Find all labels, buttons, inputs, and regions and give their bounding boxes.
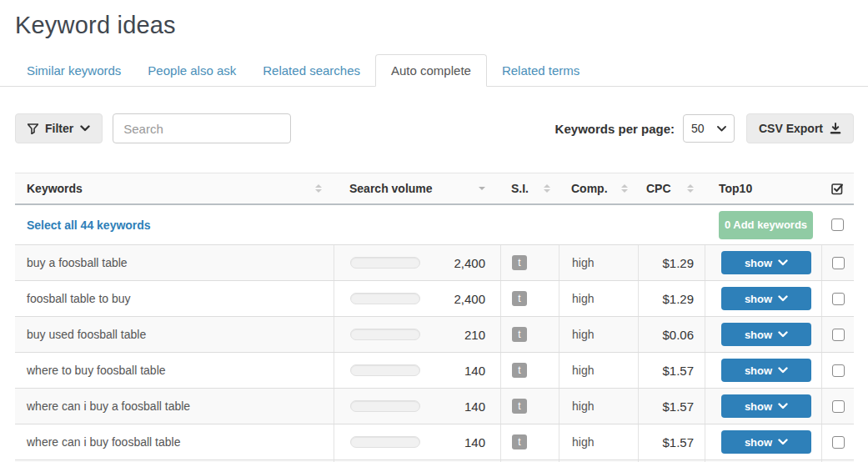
si-badge: t xyxy=(512,291,527,306)
volume-value: 2,400 xyxy=(454,256,485,270)
chevron-down-icon xyxy=(778,367,788,374)
keyword-text: where can i buy foosball table xyxy=(27,435,180,449)
download-icon xyxy=(830,123,841,134)
volume-bar xyxy=(350,293,420,304)
sort-icon xyxy=(621,184,628,193)
comp-value: high xyxy=(572,256,594,269)
table-row: where can i buy foosball table 140 t hig… xyxy=(15,424,854,460)
toolbar: Filter Keywords per page: 50 CSV Export xyxy=(15,113,854,143)
add-keywords-button[interactable]: 0 Add keywords xyxy=(719,211,813,239)
filter-button[interactable]: Filter xyxy=(15,113,103,143)
row-checkbox[interactable] xyxy=(832,329,845,341)
show-button[interactable]: show xyxy=(721,251,811,274)
row-checkbox[interactable] xyxy=(832,293,845,305)
table-row: foosball table to buy 2,400 t high $1.29… xyxy=(15,281,854,317)
table-row: where can i buy a foosball table 140 t h… xyxy=(15,389,854,424)
per-page-select[interactable]: 50 xyxy=(683,114,735,143)
header-comp[interactable]: Comp. xyxy=(559,173,638,203)
header-cpc[interactable]: CPC xyxy=(638,173,705,203)
row-checkbox[interactable] xyxy=(832,400,845,413)
show-button[interactable]: show xyxy=(721,323,811,346)
chevron-down-icon xyxy=(80,125,90,132)
add-keywords-cell: 0 Add keywords xyxy=(705,205,821,244)
per-page-label: Keywords per page: xyxy=(555,122,675,136)
volume-bar xyxy=(350,436,420,448)
row-checkbox[interactable] xyxy=(832,364,845,377)
filter-button-label: Filter xyxy=(45,122,73,135)
cpc-value: $1.57 xyxy=(662,435,694,449)
volume-value: 140 xyxy=(464,435,485,449)
show-button[interactable]: show xyxy=(721,394,811,418)
cpc-value: $1.29 xyxy=(662,292,694,306)
volume-value: 140 xyxy=(464,399,485,414)
header-top10: Top10 xyxy=(705,173,821,203)
row-checkbox[interactable] xyxy=(832,257,845,269)
chevron-down-icon xyxy=(778,259,788,266)
select-all-link-area: Select all 44 keywords xyxy=(15,218,705,233)
select-all-row: Select all 44 keywords 0 Add keywords xyxy=(15,205,854,245)
si-badge: t xyxy=(512,255,527,270)
comp-value: high xyxy=(572,292,594,305)
si-badge: t xyxy=(512,399,527,414)
select-all-link[interactable]: Select all 44 keywords xyxy=(27,218,151,232)
table-row: buy a foosball table 2,400 t high $1.29 … xyxy=(15,245,854,281)
cpc-value: $0.06 xyxy=(662,328,694,342)
checked-checkbox-icon xyxy=(831,183,844,195)
toolbar-right: Keywords per page: 50 CSV Export xyxy=(555,113,854,143)
table-header-row: Keywords Search volume S.I. Comp. CPC To… xyxy=(15,173,854,205)
page-title: Keyword ideas xyxy=(15,12,868,39)
cpc-value: $1.57 xyxy=(662,399,694,414)
comp-value: high xyxy=(572,399,594,413)
sort-icon xyxy=(315,184,322,193)
row-checkbox[interactable] xyxy=(832,436,845,449)
header-search-volume[interactable]: Search volume xyxy=(334,173,500,203)
chevron-down-icon xyxy=(778,331,788,338)
volume-bar xyxy=(350,400,420,412)
keyword-text: foosball table to buy xyxy=(27,292,131,305)
si-badge: t xyxy=(512,434,527,449)
tab-related-searches[interactable]: Related searches xyxy=(251,55,372,86)
keyword-text: where can i buy a foosball table xyxy=(27,399,190,413)
comp-value: high xyxy=(572,435,594,449)
volume-bar xyxy=(350,257,420,269)
chevron-down-icon xyxy=(717,126,726,132)
sort-icon xyxy=(544,184,550,193)
search-input[interactable] xyxy=(113,113,291,143)
keyword-text: buy used foosball table xyxy=(27,328,146,341)
select-all-checkbox[interactable] xyxy=(831,218,844,231)
volume-value: 140 xyxy=(464,364,485,378)
keyword-text: buy a foosball table xyxy=(27,256,128,269)
tab-related-terms[interactable]: Related terms xyxy=(490,55,591,86)
chevron-down-icon xyxy=(778,295,788,302)
csv-export-label: CSV Export xyxy=(759,122,823,135)
si-badge: t xyxy=(512,327,527,342)
cpc-value: $1.57 xyxy=(662,364,694,378)
chevron-down-icon xyxy=(778,439,788,445)
keyword-text: where to buy foosball table xyxy=(27,364,166,377)
header-keywords[interactable]: Keywords xyxy=(15,173,334,203)
comp-value: high xyxy=(572,328,594,341)
tab-auto-complete[interactable]: Auto complete xyxy=(375,54,487,87)
volume-value: 210 xyxy=(464,328,485,342)
funnel-icon xyxy=(28,123,38,134)
tab-bar: Similar keywords People also ask Related… xyxy=(0,54,868,87)
volume-value: 2,400 xyxy=(454,292,485,306)
page: Keyword ideas Similar keywords People al… xyxy=(0,12,868,462)
show-button[interactable]: show xyxy=(721,359,811,382)
csv-export-button[interactable]: CSV Export xyxy=(746,113,854,143)
volume-bar xyxy=(350,364,420,376)
show-button[interactable]: show xyxy=(721,430,811,454)
comp-value: high xyxy=(572,364,594,377)
show-button[interactable]: show xyxy=(721,287,811,310)
chevron-down-icon xyxy=(778,403,788,409)
table-row: buy used foosball table 210 t high $0.06… xyxy=(15,317,854,353)
volume-bar xyxy=(350,329,420,340)
header-select-all-checkbox[interactable] xyxy=(821,173,854,203)
keywords-table: Keywords Search volume S.I. Comp. CPC To… xyxy=(15,173,854,462)
sort-desc-icon xyxy=(479,187,485,190)
cpc-value: $1.29 xyxy=(662,256,694,270)
select-all-checkbox-cell xyxy=(821,205,854,244)
header-si[interactable]: S.I. xyxy=(500,173,559,203)
tab-people-also-ask[interactable]: People also ask xyxy=(136,55,248,86)
tab-similar-keywords[interactable]: Similar keywords xyxy=(15,55,133,86)
